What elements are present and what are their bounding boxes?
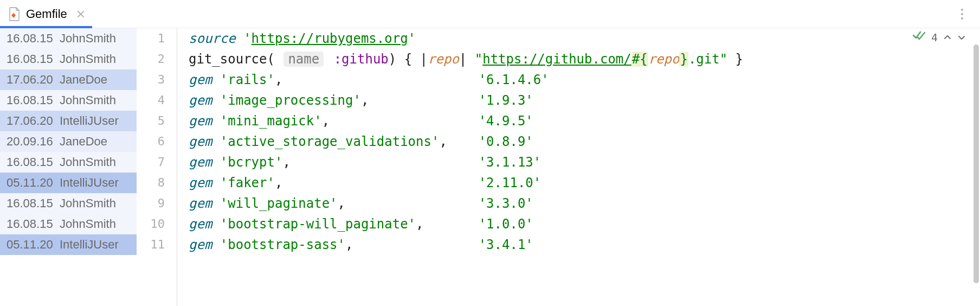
blame-author: JaneDoe	[60, 73, 107, 87]
blame-date: 16.08.15	[7, 31, 56, 46]
code-line[interactable]: gem 'faker', '2.11.0'	[189, 173, 980, 193]
blame-row[interactable]: 16.08.15JohnSmith	[0, 49, 137, 69]
line-number-gutter: 1234567891011	[137, 28, 177, 306]
line-number: 2	[137, 49, 177, 69]
git-blame-gutter[interactable]: 16.08.15JohnSmith16.08.15JohnSmith17.06.…	[0, 28, 137, 306]
code-area[interactable]: 4 source 'https://rubygems.org'git_sourc…	[189, 28, 980, 306]
editor-tab-bar: Gemfile	[0, 0, 980, 28]
blame-date: 16.08.15	[7, 217, 56, 231]
code-line[interactable]: gem 'image_processing', '1.9.3'	[189, 90, 980, 111]
blame-row[interactable]: 16.08.15JohnSmith	[0, 193, 137, 214]
editor-tab-label: Gemfile	[26, 7, 67, 21]
blame-row[interactable]: 17.06.20IntelliJUser	[0, 111, 137, 131]
blame-row[interactable]: 20.09.16JaneDoe	[0, 131, 137, 152]
blame-author: JohnSmith	[60, 196, 116, 211]
code-line[interactable]: gem 'mini_magick', '4.9.5'	[189, 111, 980, 131]
blame-author: JohnSmith	[60, 155, 116, 169]
gutter-separator	[177, 28, 189, 306]
blame-author: IntelliJUser	[60, 114, 119, 128]
blame-date: 17.06.20	[7, 114, 56, 128]
blame-author: IntelliJUser	[60, 176, 119, 190]
blame-date: 17.06.20	[7, 73, 56, 87]
blame-author: JohnSmith	[60, 31, 116, 46]
code-line[interactable]: gem 'bcrypt', '3.1.13'	[189, 152, 980, 173]
blame-author: JohnSmith	[60, 93, 116, 107]
blame-date: 05.11.20	[7, 176, 56, 190]
scrollbar-thumb[interactable]	[973, 44, 979, 283]
blame-row[interactable]: 05.11.20IntelliJUser	[0, 173, 137, 193]
blame-author: IntelliJUser	[60, 238, 119, 252]
chevron-down-icon[interactable]	[957, 33, 966, 42]
line-number: 9	[137, 193, 177, 214]
line-number: 11	[137, 234, 177, 255]
blame-author: JohnSmith	[60, 52, 116, 66]
code-line[interactable]: gem 'rails', '6.1.4.6'	[189, 69, 980, 90]
editor-tab-gemfile[interactable]: Gemfile	[0, 0, 93, 28]
code-line[interactable]: gem 'bootstrap-sass', '3.4.1'	[189, 234, 980, 255]
code-line[interactable]: git_source( name :github) { |repo| "http…	[189, 49, 980, 69]
code-line[interactable]: gem 'bootstrap-will_paginate', '1.0.0'	[189, 214, 980, 234]
blame-date: 16.08.15	[7, 93, 56, 107]
line-number: 5	[137, 111, 177, 131]
line-number: 7	[137, 152, 177, 173]
code-line[interactable]: source 'https://rubygems.org'	[189, 28, 980, 49]
blame-row[interactable]: 05.11.20IntelliJUser	[0, 234, 137, 255]
blame-date: 05.11.20	[7, 238, 56, 252]
line-number: 10	[137, 214, 177, 234]
blame-date: 16.08.15	[7, 196, 56, 211]
blame-author: JaneDoe	[60, 135, 107, 149]
line-number: 4	[137, 90, 177, 111]
close-icon[interactable]	[77, 10, 85, 18]
code-editor: 16.08.15JohnSmith16.08.15JohnSmith17.06.…	[0, 28, 980, 306]
blame-row[interactable]: 16.08.15JohnSmith	[0, 152, 137, 173]
blame-row[interactable]: 16.08.15JohnSmith	[0, 214, 137, 234]
inspection-count: 4	[931, 31, 938, 44]
vertical-scrollbar[interactable]	[971, 28, 980, 306]
blame-date: 20.09.16	[7, 135, 56, 149]
blame-row[interactable]: 16.08.15JohnSmith	[0, 90, 137, 111]
blame-date: 16.08.15	[7, 155, 56, 169]
blame-date: 16.08.15	[7, 52, 56, 66]
chevron-up-icon[interactable]	[943, 33, 952, 42]
blame-author: JohnSmith	[60, 217, 116, 231]
kebab-menu-icon[interactable]	[954, 6, 970, 22]
line-number: 1	[137, 28, 177, 49]
line-number: 3	[137, 69, 177, 90]
code-line[interactable]: gem 'active_storage_validations', '0.8.9…	[189, 131, 980, 152]
blame-row[interactable]: 16.08.15JohnSmith	[0, 28, 137, 49]
inspection-widget[interactable]: 4	[913, 30, 966, 44]
blame-row[interactable]: 17.06.20JaneDoe	[0, 69, 137, 90]
line-number: 6	[137, 131, 177, 152]
line-number: 8	[137, 173, 177, 193]
file-icon	[9, 7, 21, 21]
code-line[interactable]: gem 'will_paginate', '3.3.0'	[189, 193, 980, 214]
inspection-checkmarks-icon	[913, 30, 926, 44]
